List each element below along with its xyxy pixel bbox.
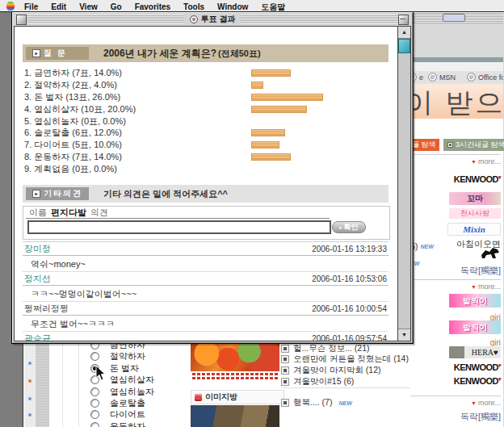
submit-button[interactable]: ▸ 확인 [332, 221, 366, 233]
poll-option-row: 6. 솔로탈출 (6표, 12.0%) [24, 127, 396, 139]
menu-Go[interactable]: Go [111, 2, 122, 11]
ad-sidebar: ▼more...KENWOOD▾꼬마천사사랑Mixin아침이오면독락[獨樂]▼m… [410, 121, 502, 427]
lantern-photo[interactable] [191, 339, 279, 371]
post-list-item[interactable]: 오랜만에 커튼을 젖혔는데 (14) [281, 354, 409, 365]
opinion-input[interactable] [27, 220, 331, 234]
other-opinion-label: 기타의견 [44, 188, 82, 199]
ad-banner[interactable]: HERA♥ [449, 346, 501, 358]
question-total: (전체50표) [218, 48, 261, 60]
menu-Window[interactable]: Window [217, 2, 248, 11]
radio-label: 돈 벌자 [110, 362, 139, 375]
poll-option-row: 1. 금연하자 (7표, 14.0%) [24, 67, 396, 79]
comment-name-row: 장미정2006-01-16 13:19:33 [23, 242, 388, 256]
radio-label: 운동하자 [110, 421, 145, 427]
comment-author[interactable]: 곽승균 [24, 333, 51, 341]
more-label: more... [478, 399, 501, 407]
post-list-item[interactable]: 헐...무슨 정보... (21) [281, 343, 370, 354]
comment-author[interactable]: 장미정 [24, 243, 51, 255]
collapse-box[interactable] [398, 15, 409, 25]
dialog-scrollbar[interactable]: ▲ ▼ [397, 27, 410, 341]
comment-name-row: 쩡쩌러정쩡2006-01-16 10:00:54 [23, 302, 388, 316]
scroll-up-arrow[interactable]: ▲ [398, 27, 410, 39]
column-divider [62, 342, 63, 427]
comment-author[interactable]: 정지선 [24, 273, 51, 285]
poll-radio-list: 금연하자절약하자돈 벌자열심히살자열심히놀자솔로탈출다이어트운동하자 [81, 336, 186, 427]
more-link[interactable]: ▼more... [410, 154, 501, 165]
poll-option-row: 4. 열심히살자 (10표, 20.0%) [24, 103, 396, 115]
close-box[interactable] [16, 15, 27, 25]
poll-window-icon [190, 15, 198, 23]
post-bullet-icon [281, 355, 289, 363]
radio-button[interactable] [90, 387, 99, 396]
favorite-item[interactable]: @MSN [428, 73, 456, 82]
post-list-item[interactable]: 행복.... (7)NEW [281, 397, 352, 408]
poll-option-row: 9. 계획없음 (0표, 0.0%) [24, 163, 396, 175]
poll-option-row: 8. 운동하자 (7표, 14.0%) [24, 151, 396, 163]
more-triangle-icon: ▼ [471, 400, 477, 406]
menu-View[interactable]: View [79, 2, 98, 11]
post-list-item[interactable]: 겨울맞이 마지막회 (12) [281, 365, 381, 376]
dialog-titlebar[interactable]: 투표 결과 [13, 13, 412, 25]
black-figure-icon[interactable] [480, 247, 501, 262]
poll-result-bar [251, 129, 285, 136]
rail-marker-dot [28, 379, 32, 383]
ad-banner[interactable]: Mixin [447, 223, 501, 236]
menu-File[interactable]: File [24, 2, 38, 11]
radio-button[interactable] [90, 399, 99, 408]
post-bullet-icon [281, 366, 289, 375]
post-list-item[interactable]: 겨울맞이#15 (6) [281, 376, 354, 387]
dialog-title: 투표 결과 [184, 14, 242, 25]
menu-bar: FileEditViewGoFavoritesToolsWindow도움말 [0, 0, 504, 12]
photo-caption-line [192, 373, 278, 375]
ad-text-link[interactable]: 독락[獨樂] [460, 411, 501, 423]
poll-option-row: 7. 다이어트 (5표, 10.0%) [24, 139, 396, 151]
radio-label: 다이어트 [110, 408, 145, 421]
photo-caption-line [192, 377, 278, 379]
image-room-photo[interactable] [191, 405, 279, 427]
ad-banner[interactable]: 발찍이 [449, 294, 501, 308]
more-link[interactable]: ▼more... [410, 396, 501, 407]
vote-result-window: 투표 결과 ▸ 질 문 2006년 내가 세운 계획은? (전체50표) 1. … [11, 11, 414, 344]
post-title: 겨울맞이#15 (6) [293, 376, 354, 387]
post-list: 헐...무슨 정보... (21)오랜만에 커튼을 젖혔는데 (14)겨울맞이 … [281, 336, 414, 427]
scrollbar-thumb[interactable] [398, 39, 410, 53]
poll-option-row: 5. 열심히놀자 (0표, 0.0%) [24, 115, 396, 128]
radio-button[interactable] [90, 352, 99, 361]
post-title: 행복.... (7) [293, 397, 332, 408]
menu-Favorites[interactable]: Favorites [135, 2, 170, 11]
left-rail [24, 342, 36, 427]
kenwood-logo[interactable]: KENWOOD▾ [454, 376, 501, 386]
ad-text-link[interactable]: 독락[獨樂] [460, 265, 501, 277]
section-bullet-icon: ▸ [32, 49, 40, 57]
kenwood-logo[interactable]: KENWOOD▾ [454, 174, 501, 184]
question-label-box: ▸ 질 문 [26, 47, 89, 60]
comment-name-row: 곽승균2006-01-16 09:57:54 [23, 332, 388, 341]
dialog-title-text: 투표 결과 [201, 14, 236, 25]
kenwood-logo[interactable]: KENWOOD▾ [454, 362, 501, 372]
more-link[interactable]: ▼more... [410, 279, 501, 291]
ad-banner[interactable]: 꼬마 [449, 192, 501, 205]
favorite-item[interactable]: @Office for Macin [467, 73, 503, 82]
other-opinion-text: 기타 의견은 밑에 적어주세요^^ [103, 188, 228, 200]
ad-banner[interactable]: 천사사랑 [449, 208, 501, 219]
poll-option-text: 7. 다이어트 (5표, 10.0%) [24, 140, 122, 149]
comment-author[interactable]: 쩡쩌러정쩡 [24, 303, 69, 315]
radio-button[interactable] [90, 422, 99, 427]
comment-text: 역쉬~money~ [23, 256, 388, 272]
comment-name-row: 정지선2006-01-16 10:53:06 [23, 272, 388, 286]
apple-menu-icon[interactable] [6, 2, 15, 10]
menu-Tools[interactable]: Tools [183, 2, 204, 11]
menu-도움말[interactable]: 도움말 [261, 2, 285, 11]
other-opinion-label-box: ▸ 기타의견 [26, 187, 89, 200]
mouse-cursor [95, 365, 107, 381]
ad-banner[interactable]: 발찍이 [449, 320, 501, 334]
post-bullet-icon [281, 345, 289, 353]
menu-Edit[interactable]: Edit [51, 2, 66, 11]
poll-results: 1. 금연하자 (7표, 14.0%)2. 절약하자 (2표, 4.0%)3. … [24, 67, 396, 175]
poll-option-text: 1. 금연하자 (7표, 14.0%) [24, 68, 122, 77]
other-opinion-header: ▸ 기타의견 기타 의견은 밑에 적어주세요^^ [23, 185, 388, 203]
scroll-down-arrow[interactable]: ▼ [398, 329, 410, 341]
more-triangle-icon: ▼ [471, 284, 477, 290]
radio-button[interactable] [90, 410, 99, 419]
more-label: more... [478, 283, 501, 291]
